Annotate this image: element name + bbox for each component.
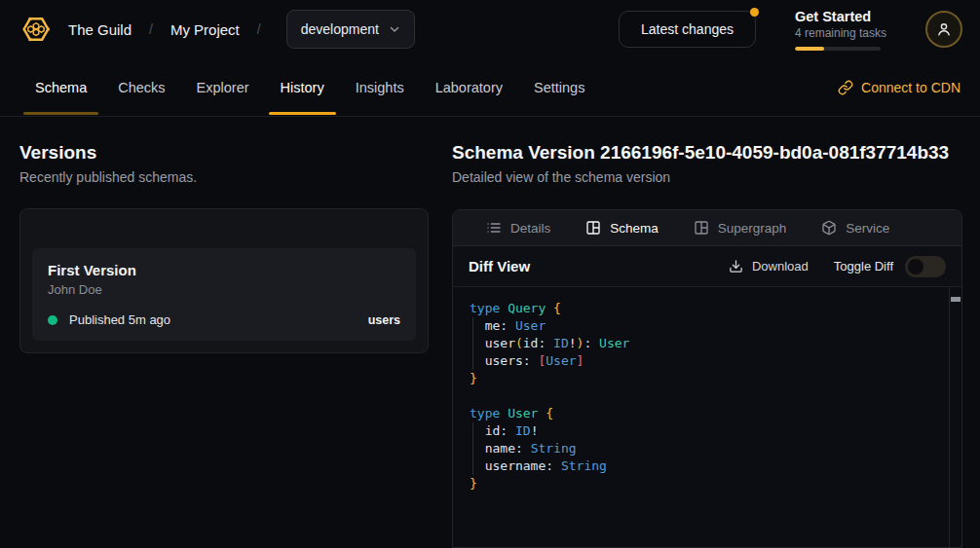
nav-tabs: Schema Checks Explorer History Insights …: [19, 58, 600, 116]
schema-code-viewer[interactable]: type Query { me: User user(id: ID!): Use…: [453, 287, 961, 547]
breadcrumb-separator: /: [257, 21, 261, 37]
scrollbar-thumb[interactable]: [951, 297, 961, 302]
nav-tab-label: Laboratory: [435, 80, 503, 95]
get-started-subtitle: 4 remaining tasks: [795, 26, 888, 40]
detail-tab-service[interactable]: Service: [808, 210, 903, 245]
latest-changes-label: Latest changes: [641, 21, 734, 37]
nav-tab-insights[interactable]: Insights: [340, 58, 420, 116]
detail-tab-label: Schema: [610, 221, 659, 236]
nav-tab-label: Insights: [356, 80, 404, 95]
notification-dot: [750, 8, 759, 17]
main-content: Versions Recently published schemas. Fir…: [0, 117, 980, 548]
get-started-title: Get Started: [795, 9, 888, 24]
detail-tab-label: Details: [510, 221, 550, 236]
code-block: type Query { me: User user(id: ID!): Use…: [470, 300, 946, 493]
connect-to-cdn-link[interactable]: Connect to CDN: [838, 80, 961, 95]
columns-icon: [694, 220, 709, 236]
toggle-diff-label: Toggle Diff: [834, 259, 893, 274]
nav-tab-label: Explorer: [197, 80, 249, 95]
nav-tab-label: Checks: [118, 80, 165, 95]
chevron-down-icon: [389, 23, 400, 35]
detail-tab-label: Service: [846, 221, 889, 236]
get-started-widget[interactable]: Get Started 4 remaining tasks: [795, 9, 888, 51]
latest-changes-button[interactable]: Latest changes: [619, 11, 756, 48]
version-title: First Version: [48, 262, 400, 278]
versions-panel: Versions Recently published schemas. Fir…: [0, 117, 448, 548]
download-label: Download: [752, 259, 809, 274]
person-icon: [934, 19, 954, 39]
versions-subtitle: Recently published schemas.: [19, 169, 429, 185]
diff-view-title: Diff View: [469, 258, 530, 274]
nav-tab-history[interactable]: History: [265, 58, 340, 116]
versions-title: Versions: [19, 142, 429, 164]
download-icon: [729, 259, 743, 274]
get-started-progressbar: [795, 47, 881, 51]
breadcrumb-separator: /: [149, 21, 153, 37]
nav-tab-checks[interactable]: Checks: [102, 58, 180, 116]
nav-tab-explorer[interactable]: Explorer: [181, 58, 265, 116]
nav-tab-label: History: [281, 80, 324, 95]
nav-tab-laboratory[interactable]: Laboratory: [420, 58, 518, 116]
nav-spacer: [600, 58, 838, 116]
connect-to-cdn-label: Connect to CDN: [861, 80, 961, 95]
toggle-diff-switch[interactable]: [905, 256, 946, 277]
detail-tab-supergraph[interactable]: Supergraph: [680, 210, 801, 245]
version-author: John Doe: [48, 282, 400, 297]
version-detail-subtitle: Detailed view of the schema version: [452, 169, 962, 185]
hive-logo-icon[interactable]: [18, 11, 55, 48]
version-detail-card: Details Schema Sup: [452, 209, 962, 548]
breadcrumb-org[interactable]: The Guild: [68, 21, 132, 38]
detail-tablist: Details Schema Sup: [453, 210, 961, 246]
columns-icon: [585, 220, 601, 236]
app-header: The Guild / My Project / development Lat…: [0, 0, 980, 58]
cube-icon: [821, 220, 837, 236]
version-list-item[interactable]: First Version John Doe Published 5m ago …: [32, 248, 416, 341]
version-meta-row: Published 5m ago users: [48, 312, 400, 327]
link-chain-icon: [838, 80, 853, 95]
versions-list-card: First Version John Doe Published 5m ago …: [19, 208, 429, 353]
published-status-dot: [48, 315, 57, 325]
download-button[interactable]: Download: [729, 259, 809, 274]
progress-fill: [795, 47, 824, 51]
nav-tab-schema[interactable]: Schema: [19, 58, 102, 116]
version-detail-panel: Schema Version 2166196f-5e10-4059-bd0a-0…: [448, 117, 980, 548]
detail-tab-label: Supergraph: [718, 221, 787, 236]
switch-knob: [908, 259, 923, 274]
diff-view-header: Diff View Download Toggle Diff: [453, 246, 961, 287]
detail-tab-schema[interactable]: Schema: [572, 210, 672, 245]
nav-tab-settings[interactable]: Settings: [518, 58, 600, 116]
nav-tab-label: Schema: [35, 80, 87, 95]
user-avatar[interactable]: [925, 11, 962, 48]
target-selector-dropdown[interactable]: development: [286, 10, 415, 49]
diff-actions: Download Toggle Diff: [729, 256, 946, 277]
target-selector-value: development: [301, 21, 379, 37]
detail-tab-details[interactable]: Details: [472, 210, 564, 245]
breadcrumb-project[interactable]: My Project: [170, 21, 240, 38]
version-detail-title: Schema Version 2166196f-5e10-4059-bd0a-0…: [452, 142, 962, 164]
toggle-diff-control: Toggle Diff: [834, 256, 946, 277]
service-name-badge: users: [368, 313, 400, 327]
code-scrollbar[interactable]: [949, 287, 961, 547]
list-icon: [486, 220, 502, 236]
project-navbar: Schema Checks Explorer History Insights …: [0, 58, 980, 117]
nav-tab-label: Settings: [534, 80, 584, 95]
version-status: Published 5m ago: [69, 312, 170, 327]
